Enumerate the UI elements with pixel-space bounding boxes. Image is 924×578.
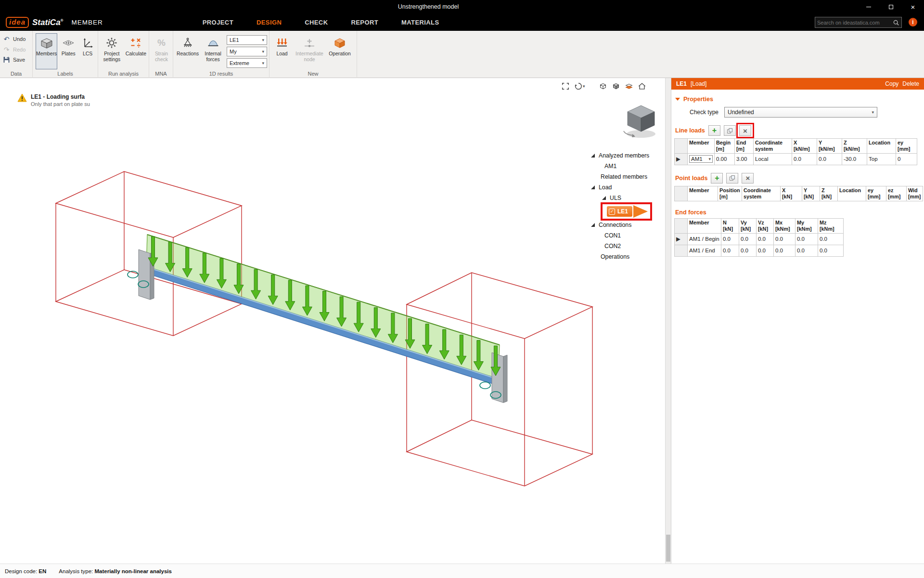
expander-icon[interactable] [591, 223, 595, 227]
collapse-icon[interactable] [675, 98, 680, 101]
warning-detail: Only that part on plate su [31, 101, 90, 107]
line-load-z-cell[interactable]: -30.0 [842, 153, 867, 165]
wireframe-view-icon[interactable] [599, 82, 607, 91]
members-toggle-button[interactable]: Members [36, 33, 57, 69]
ribbon-group-label: 1D results [173, 71, 269, 77]
check-type-label: Check type [690, 109, 719, 116]
line-load-begin-cell[interactable]: 0.00 [715, 153, 735, 165]
minimize-button[interactable] [858, 0, 880, 14]
redo-button[interactable]: ↷Redo [3, 46, 26, 53]
intermediate-node-button[interactable]: Intermediate node [294, 33, 325, 69]
maximize-button[interactable] [880, 0, 902, 14]
line-load-y-cell[interactable]: 0.0 [817, 153, 842, 165]
main-menu-tabs: PROJECT DESIGN CHECK REPORT MATERIALS [202, 16, 440, 29]
check-type-select[interactable]: Undefined ▾ [724, 107, 877, 118]
info-icon[interactable]: i [909, 18, 917, 26]
tree-item-analyzed-members[interactable]: Analyzed members [588, 150, 665, 161]
delete-point-load-button[interactable]: × [742, 173, 754, 184]
result-loadcase-select[interactable]: LE1▾ [227, 35, 267, 45]
tree-item-le1[interactable]: ✓ LE1 [607, 205, 648, 218]
tab-report[interactable]: REPORT [350, 16, 379, 29]
project-settings-button[interactable]: Project settings [101, 33, 123, 69]
solid-view-icon[interactable] [612, 82, 620, 91]
member-cell: AM1 / Begin [688, 233, 721, 245]
row-selector[interactable]: ▶ [675, 233, 688, 245]
result-extreme-select[interactable]: Extreme▾ [227, 58, 267, 68]
app-window: Unstrengthened model × idea StatiCa® MEM… [0, 0, 924, 578]
result-component-select[interactable]: My▾ [227, 47, 267, 56]
tree-item-operations[interactable]: Operations [588, 251, 665, 262]
line-load-ey-cell[interactable]: 0 [896, 153, 917, 165]
copy-icon [729, 175, 735, 181]
expander-icon[interactable] [602, 196, 606, 200]
fit-view-icon[interactable] [561, 82, 570, 91]
row-selector[interactable]: ▶ [675, 153, 688, 165]
tab-project[interactable]: PROJECT [202, 16, 234, 29]
chevron-down-icon: ▾ [872, 110, 874, 115]
line-load-x-cell[interactable]: 0.0 [792, 153, 817, 165]
tree-item-uls[interactable]: ULS [588, 193, 665, 203]
search-input[interactable] [817, 20, 893, 26]
line-load-row: ▶ AM1▾ 0.00 3.00 Local 0.0 0.0 -30.0 Top… [675, 153, 917, 165]
tree-item-related-members[interactable]: Related members [588, 171, 665, 182]
ribbon-group-1d-results: Reactions Internal forces LE1▾ My▾ Extre… [173, 31, 270, 78]
tab-materials[interactable]: MATERIALS [400, 16, 440, 29]
viewport-3d[interactable]: LE1 - Loading surfa Only that part on pl… [0, 78, 671, 564]
orbit-view-icon[interactable]: ▾ [574, 82, 585, 91]
chevron-down-icon: ▾ [708, 157, 711, 161]
delete-x-icon: × [743, 127, 747, 134]
status-bar: Design code: EN Analysis type: Materiall… [0, 564, 924, 578]
new-operation-button[interactable]: Operation [327, 33, 352, 69]
line-load-system-cell[interactable]: Local [754, 153, 792, 165]
add-line-load-button[interactable]: + [708, 125, 720, 136]
tree-item-con2[interactable]: CON2 [588, 241, 665, 251]
lcs-icon [82, 36, 93, 50]
strain-check-button[interactable]: % Strain check [152, 33, 171, 69]
save-button[interactable]: Save [3, 56, 26, 63]
window-title: Unstrengthened model [0, 0, 857, 14]
copy-button[interactable]: Copy [885, 80, 898, 87]
ribbon-group-label: New [270, 71, 357, 77]
ribbon-group-label: Labels [33, 71, 98, 77]
checkbox-checked-icon[interactable]: ✓ [609, 209, 615, 215]
delete-line-load-button[interactable]: × [739, 125, 751, 136]
layers-icon[interactable] [625, 82, 633, 91]
product-name: MEMBER [72, 19, 103, 26]
properties-section-header[interactable]: Properties [675, 96, 920, 103]
expander-icon[interactable] [591, 154, 595, 158]
plates-toggle-button[interactable]: Plates [60, 33, 77, 69]
tab-check[interactable]: CHECK [304, 16, 329, 29]
tab-design[interactable]: DESIGN [256, 16, 282, 29]
viewport-scrollbar[interactable] [665, 78, 671, 564]
lcs-toggle-button[interactable]: LCS [79, 33, 96, 69]
le1-callout-arrow [633, 205, 648, 218]
row-selector-header [675, 186, 688, 201]
scrollbar-thumb[interactable] [666, 535, 670, 562]
home-view-icon[interactable] [638, 82, 646, 91]
search-box[interactable] [815, 17, 902, 28]
line-load-end-cell[interactable]: 3.00 [735, 153, 754, 165]
tree-item-con1[interactable]: CON1 [588, 230, 665, 241]
minimize-icon [866, 7, 871, 7]
row-selector[interactable] [675, 245, 688, 256]
model-scene[interactable] [0, 78, 671, 564]
calculate-button[interactable]: Calculate [125, 33, 147, 69]
undo-button[interactable]: ↶Undo [3, 35, 26, 43]
tree-item-connections[interactable]: Connections [588, 220, 665, 230]
add-point-load-button[interactable]: + [711, 173, 723, 184]
internal-forces-button[interactable]: Internal forces [202, 33, 224, 69]
menu-bar: idea StatiCa® MEMBER PROJECT DESIGN CHEC… [0, 14, 924, 31]
new-load-button[interactable]: Load [272, 33, 292, 69]
point-loads-section-header: Point loads + × [675, 173, 920, 184]
copy-line-load-button[interactable] [724, 125, 736, 136]
copy-point-load-button[interactable] [726, 173, 738, 184]
line-load-member-cell[interactable]: AM1▾ [688, 153, 715, 165]
navigation-cube[interactable] [618, 101, 666, 142]
delete-button[interactable]: Delete [902, 80, 919, 87]
tree-item-am1[interactable]: AM1 [588, 161, 665, 171]
tree-item-load[interactable]: Load [588, 182, 665, 193]
line-load-location-cell[interactable]: Top [867, 153, 896, 165]
expander-icon[interactable] [591, 185, 595, 189]
reactions-button[interactable]: Reactions [176, 33, 199, 69]
close-button[interactable]: × [902, 0, 924, 14]
